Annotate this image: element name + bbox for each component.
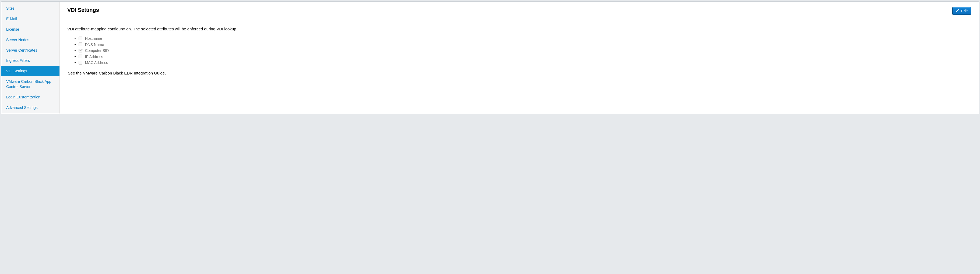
checkbox-ip-address[interactable] [79, 55, 82, 59]
sidebar-item-label: Ingress Filters [6, 59, 30, 63]
sidebar-item-vdi-settings[interactable]: VDI Settings [2, 66, 59, 76]
edit-button-label: Edit [961, 9, 967, 13]
attribute-label: IP Address [85, 54, 103, 59]
guide-note: See the VMware Carbon Black EDR Integrat… [68, 71, 971, 75]
attribute-label: MAC Address [85, 60, 108, 65]
sidebar-item-label: Advanced Settings [6, 105, 38, 110]
attribute-item-computer-sid: Computer SID [79, 48, 971, 53]
attribute-item-ip-address: IP Address [79, 54, 971, 59]
sidebar-item-license[interactable]: License [2, 24, 59, 35]
sidebar-item-label: Login Customization [6, 95, 40, 99]
sidebar-item-app-control-server[interactable]: VMware Carbon Black App Control Server [2, 76, 59, 92]
attribute-list: Hostname DNS Name Computer SID IP Addres… [67, 36, 971, 65]
attribute-label: DNS Name [85, 42, 104, 46]
page-title: VDI Settings [67, 7, 99, 13]
sidebar-item-label: License [6, 27, 19, 32]
sidebar-item-sites[interactable]: Sites [2, 3, 59, 14]
checkbox-hostname[interactable] [79, 36, 82, 40]
sidebar-item-label: VMware Carbon Black App Control Server [6, 79, 51, 89]
attribute-item-dns-name: DNS Name [79, 42, 971, 47]
attribute-label: Hostname [85, 36, 102, 41]
sidebar-item-label: Server Certificates [6, 48, 37, 52]
edit-button[interactable]: Edit [952, 7, 971, 15]
sidebar-item-label: Server Nodes [6, 38, 29, 42]
sidebar-item-label: VDI Settings [6, 69, 27, 73]
sidebar-item-ingress-filters[interactable]: Ingress Filters [2, 55, 59, 66]
settings-sidebar: Sites E-Mail License Server Nodes Server… [2, 2, 60, 114]
checkbox-computer-sid[interactable] [79, 49, 82, 52]
sidebar-item-label: E-Mail [6, 17, 17, 21]
sidebar-item-server-certificates[interactable]: Server Certificates [2, 45, 59, 55]
sidebar-item-advanced-settings[interactable]: Advanced Settings [2, 103, 59, 113]
attribute-item-mac-address: MAC Address [79, 60, 971, 65]
sidebar-item-server-nodes[interactable]: Server Nodes [2, 35, 59, 45]
checkbox-dns-name[interactable] [79, 43, 82, 46]
sidebar-item-login-customization[interactable]: Login Customization [2, 92, 59, 103]
attribute-item-hostname: Hostname [79, 36, 971, 41]
sidebar-item-label: Sites [6, 6, 14, 11]
sidebar-item-email[interactable]: E-Mail [2, 14, 59, 24]
attribute-label: Computer SID [85, 48, 109, 53]
vdi-description: VDI attribute-mapping configuration. The… [67, 27, 971, 31]
checkbox-mac-address[interactable] [79, 61, 82, 65]
pencil-icon [956, 9, 959, 13]
main-content: VDI Settings Edit VDI attribute-mapping … [60, 2, 978, 114]
